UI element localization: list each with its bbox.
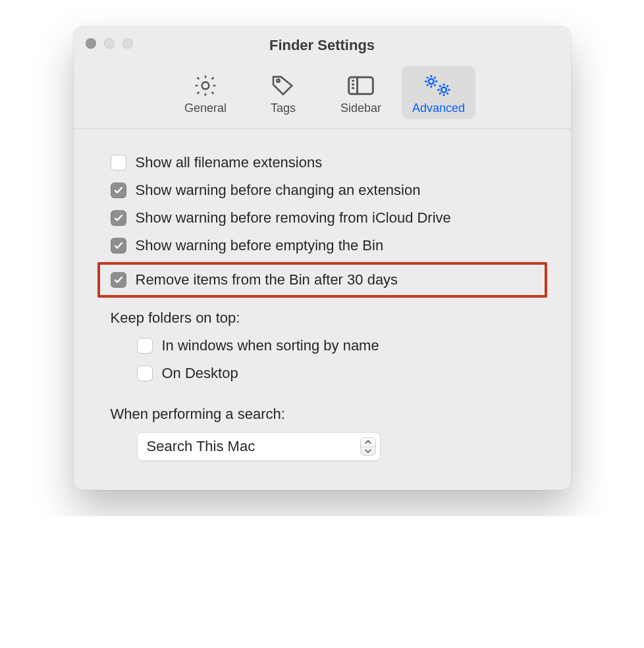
tab-sidebar[interactable]: Sidebar [324, 66, 398, 119]
option-warn-extension-label: Show warning before changing an extensio… [136, 182, 421, 199]
search-scope-value: Search This Mac [137, 432, 381, 461]
checkbox-remove-30-days[interactable] [111, 272, 126, 288]
checkbox-folders-on-desktop[interactable] [137, 365, 153, 381]
svg-rect-2 [349, 77, 373, 94]
option-remove-30-days[interactable]: Remove items from the Bin after 30 days [111, 269, 539, 291]
advanced-pane: Show all filename extensions Show warnin… [74, 129, 571, 490]
option-warn-bin-label: Show warning before emptying the Bin [136, 237, 384, 254]
option-warn-bin[interactable]: Show warning before emptying the Bin [111, 232, 534, 259]
close-window-button[interactable] [86, 38, 96, 49]
option-folders-on-desktop[interactable]: On Desktop [111, 360, 534, 387]
tag-icon [249, 71, 317, 100]
search-header: When performing a search: [111, 387, 534, 428]
option-warn-extension[interactable]: Show warning before changing an extensio… [111, 176, 534, 204]
search-scope-select[interactable]: Search This Mac [137, 432, 381, 461]
sidebar-icon [327, 71, 395, 100]
option-show-extensions[interactable]: Show all filename extensions [111, 149, 534, 176]
tab-tags-label: Tags [249, 101, 317, 115]
option-show-extensions-label: Show all filename extensions [136, 154, 323, 171]
checkbox-warn-bin[interactable] [111, 238, 126, 254]
highlight-annotation: Remove items from the Bin after 30 days [97, 262, 547, 298]
window-title: Finder Settings [74, 37, 571, 54]
select-stepper-icon [360, 437, 376, 456]
gear-icon [171, 71, 240, 100]
svg-point-1 [277, 79, 279, 82]
titlebar: Finder Settings [74, 26, 571, 62]
finder-settings-window: Finder Settings General Tags Sidebar [74, 26, 571, 490]
tab-advanced[interactable]: Advanced [402, 66, 475, 119]
tab-general[interactable]: General [169, 66, 242, 119]
svg-point-8 [441, 88, 446, 93]
gears-icon [404, 71, 473, 100]
tab-tags[interactable]: Tags [246, 66, 320, 119]
keep-folders-header: Keep folders on top: [111, 300, 534, 332]
settings-toolbar: General Tags Sidebar Advanced [74, 62, 571, 129]
minimize-window-button[interactable] [104, 38, 115, 49]
checkbox-warn-extension[interactable] [111, 182, 126, 198]
checkbox-show-extensions[interactable] [111, 155, 126, 171]
option-remove-30-days-label: Remove items from the Bin after 30 days [136, 271, 398, 288]
option-warn-icloud-label: Show warning before removing from iCloud… [136, 209, 451, 227]
svg-point-7 [429, 79, 434, 84]
tab-sidebar-label: Sidebar [327, 101, 395, 115]
option-folders-in-windows-label: In windows when sorting by name [162, 337, 379, 354]
traffic-lights [86, 38, 133, 49]
tab-general-label: General [171, 101, 240, 115]
checkbox-folders-in-windows[interactable] [137, 338, 153, 354]
svg-point-0 [202, 82, 209, 90]
option-folders-in-windows[interactable]: In windows when sorting by name [111, 332, 534, 360]
tab-advanced-label: Advanced [404, 101, 473, 115]
checkbox-warn-icloud[interactable] [111, 210, 126, 226]
option-folders-on-desktop-label: On Desktop [162, 365, 238, 382]
option-warn-icloud[interactable]: Show warning before removing from iCloud… [111, 204, 534, 232]
zoom-window-button[interactable] [122, 38, 133, 49]
